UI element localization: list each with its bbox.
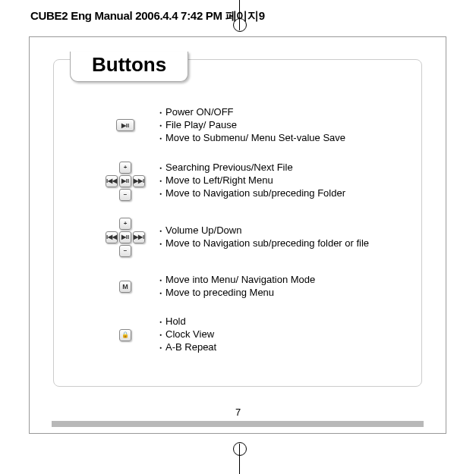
desc-item: Hold (159, 315, 410, 328)
section-title: Buttons (92, 53, 166, 76)
desc-item: Move to preceding Menu (159, 287, 410, 300)
play-pause-button-icon: ▶II (116, 119, 134, 131)
minus-button-icon: − (119, 189, 131, 201)
desc-item: Move to Left/Right Menu (159, 174, 410, 187)
plus-button-icon: + (119, 162, 131, 174)
desc-cell: Volume Up/Down Move to Navigation sub/pr… (159, 224, 410, 250)
desc-cell: Power ON/OFF File Play/ Pause Move to Su… (159, 106, 410, 145)
icon-cell: + − I◀◀ ▶▶I ▶II (91, 162, 159, 201)
desc-item: Move to Submenu/ Menu Set-value Save (159, 132, 410, 145)
minus-button-icon: − (119, 245, 131, 257)
crop-mark-bottom (232, 444, 247, 474)
desc-item: Clock View (159, 328, 410, 341)
desc-item: Move into Menu/ Navigation Mode (159, 274, 410, 287)
center-button-icon: ▶II (119, 175, 131, 187)
prev-button-icon: I◀◀ (106, 231, 118, 243)
dpad-icon: + − I◀◀ ▶▶I ▶II (106, 162, 145, 201)
plus-button-icon: + (119, 218, 131, 230)
icon-cell: ▶II (91, 119, 159, 131)
next-button-icon: ▶▶I (133, 175, 145, 187)
button-row-hold: 🔒 Hold Clock View A-B Repeat (91, 315, 410, 354)
prev-button-icon: I◀◀ (106, 175, 118, 187)
icon-cell: + − I◀◀ ▶▶I ▶II (91, 218, 159, 257)
button-row-play: ▶II Power ON/OFF File Play/ Pause Move t… (91, 106, 410, 145)
menu-button-icon: M (119, 281, 131, 293)
button-row-dpad-horizontal: + − I◀◀ ▶▶I ▶II Searching Previous/Next … (91, 162, 410, 201)
desc-cell: Hold Clock View A-B Repeat (159, 315, 410, 354)
desc-item: A-B Repeat (159, 341, 410, 354)
page-number: 7 (0, 407, 476, 418)
desc-item: Volume Up/Down (159, 224, 410, 237)
desc-item: Power ON/OFF (159, 106, 410, 119)
lock-button-icon: 🔒 (119, 329, 131, 341)
desc-cell: Searching Previous/Next File Move to Lef… (159, 162, 410, 200)
icon-cell: M (91, 281, 159, 293)
buttons-content: ▶II Power ON/OFF File Play/ Pause Move t… (91, 106, 410, 371)
crop-mark-top (232, 0, 247, 30)
desc-item: Move to Navigation sub/preceding folder … (159, 237, 410, 250)
document-header: CUBE2 Eng Manual 2006.4.4 7:42 PM 페이지9 (30, 9, 265, 24)
button-row-dpad-vertical: + − I◀◀ ▶▶I ▶II Volume Up/Down Move to N… (91, 218, 410, 257)
page-bar (52, 421, 424, 427)
desc-item: Move to Navigation sub/preceding Folder (159, 187, 410, 200)
desc-item: File Play/ Pause (159, 119, 410, 132)
desc-cell: Move into Menu/ Navigation Mode Move to … (159, 274, 410, 300)
dpad-icon: + − I◀◀ ▶▶I ▶II (106, 218, 145, 257)
next-button-icon: ▶▶I (133, 231, 145, 243)
icon-cell: 🔒 (91, 329, 159, 341)
button-row-menu: M Move into Menu/ Navigation Mode Move t… (91, 274, 410, 300)
center-button-icon: ▶II (119, 231, 131, 243)
desc-item: Searching Previous/Next File (159, 162, 410, 174)
section-title-tab: Buttons (70, 52, 188, 82)
